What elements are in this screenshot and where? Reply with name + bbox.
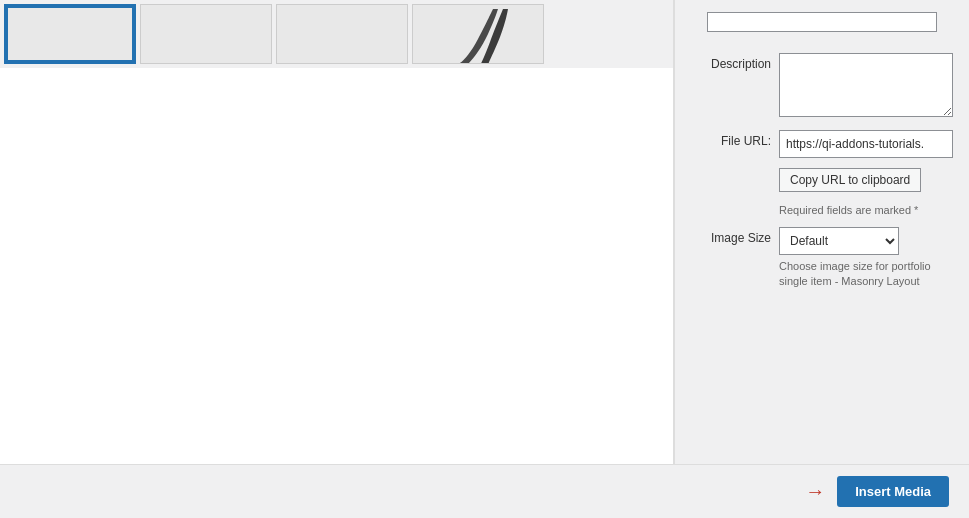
- media-thumb[interactable]: [412, 4, 544, 64]
- image-size-hint: Choose image size for portfolio single i…: [779, 259, 953, 290]
- media-panel: [0, 0, 674, 464]
- file-url-input-wrapper: [779, 130, 953, 158]
- description-row: Description: [691, 53, 953, 120]
- file-url-label: File URL:: [691, 130, 771, 148]
- bottom-bar: → Insert Media: [0, 464, 969, 518]
- insert-media-button[interactable]: Insert Media: [837, 476, 949, 507]
- top-textarea-area: [691, 12, 953, 43]
- copy-url-button[interactable]: Copy URL to clipboard: [779, 168, 921, 192]
- file-url-row: File URL:: [691, 130, 953, 158]
- description-input[interactable]: [779, 53, 953, 117]
- image-size-input-wrapper: Default Thumbnail Medium Large Full Choo…: [779, 227, 953, 290]
- image-size-label: Image Size: [691, 227, 771, 245]
- media-grid: [0, 0, 673, 68]
- image-size-row: Image Size Default Thumbnail Medium Larg…: [691, 227, 953, 290]
- image-size-select[interactable]: Default Thumbnail Medium Large Full: [779, 227, 899, 255]
- description-input-wrapper: [779, 53, 953, 120]
- top-title-input[interactable]: [707, 12, 937, 32]
- media-thumb[interactable]: [140, 4, 272, 64]
- file-url-input[interactable]: [779, 130, 953, 158]
- media-area-empty: [0, 68, 673, 464]
- required-note-wrapper: Required fields are marked *: [691, 202, 953, 217]
- main-content: Description File URL: Copy URL to clipbo…: [0, 0, 969, 464]
- required-note: Required fields are marked *: [779, 204, 918, 216]
- copy-url-wrapper: Copy URL to clipboard: [691, 168, 953, 192]
- media-thumb[interactable]: [276, 4, 408, 64]
- media-thumb[interactable]: [4, 4, 136, 64]
- arrow-icon: →: [805, 480, 825, 503]
- description-label: Description: [691, 53, 771, 71]
- sidebar-panel: Description File URL: Copy URL to clipbo…: [674, 0, 969, 464]
